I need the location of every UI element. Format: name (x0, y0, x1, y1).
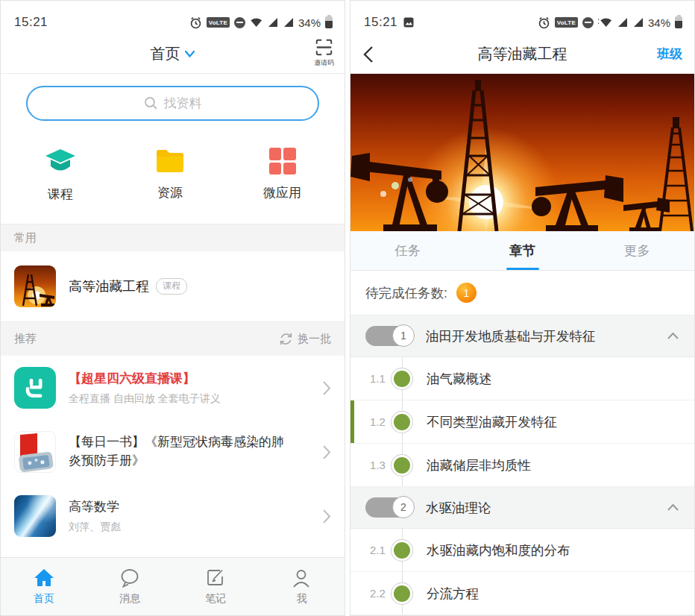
chapter-number: 1 (392, 324, 415, 347)
tab-label: 首页 (34, 592, 54, 606)
common-course-row[interactable]: 高等油藏工程 课程 (1, 251, 345, 321)
lesson-number: 2.1 (370, 544, 386, 556)
lesson-number: 1.3 (370, 459, 386, 471)
tab-me[interactable]: 我 (259, 558, 345, 615)
recommended-subtitle: 全程直播 自由回放 全套电子讲义 (69, 392, 322, 406)
lesson-row-1-3[interactable]: 1.3 油藏储层非均质性 (350, 444, 694, 487)
recommended-item-math[interactable]: 高等数学 刘萍、贾彪 (1, 484, 345, 548)
home-header: 首页 邀请码 (1, 35, 345, 74)
chevron-up-icon[interactable] (667, 332, 679, 340)
chapter-header-2[interactable]: 2 水驱油理论 (350, 487, 694, 529)
invite-code-button[interactable]: 邀请码 (314, 37, 334, 68)
search-input[interactable]: 找资料 (26, 86, 319, 121)
quick-item-resources[interactable]: 资源 (154, 148, 186, 203)
tab-chapters[interactable]: 章节 (465, 231, 580, 270)
recommended-item-live-course[interactable]: 【超星四六级直播课】 全程直播 自由回放 全套电子讲义 (1, 356, 345, 420)
signal-icon-2 (283, 17, 294, 28)
section-title: 推荐 (14, 332, 279, 346)
lesson-status-dot (394, 585, 410, 602)
volte-badge: VoLTE (555, 17, 578, 28)
lesson-title: 油藏储层非均质性 (427, 456, 531, 474)
search-placeholder: 找资料 (164, 95, 202, 112)
course-detail-screen: 15:21 VoLTE (350, 0, 695, 616)
recommended-subtitle: 刘萍、贾彪 (69, 521, 322, 534)
class-link[interactable]: 班级 (657, 45, 682, 63)
battery-percent: 34% (648, 16, 670, 29)
search-icon (144, 96, 158, 110)
book-thumbnail (14, 431, 56, 473)
volte-badge: VoLTE (207, 17, 230, 28)
note-pencil-icon (205, 568, 226, 588)
tab-label: 我 (296, 592, 306, 606)
tab-label: 消息 (119, 592, 140, 606)
chapter-header-1[interactable]: 1 油田开发地质基础与开发特征 (350, 315, 694, 357)
recommended-title: 【每日一书】《新型冠状病毒感染的肺炎预防手册》 (69, 433, 294, 470)
refresh-label: 换一批 (298, 332, 331, 346)
quick-label: 课程 (48, 186, 73, 203)
recommended-title: 高等数学 (69, 498, 322, 517)
bottom-tab-bar: 首页 消息 笔记 (1, 557, 345, 615)
chevron-up-icon[interactable] (667, 503, 679, 512)
lesson-title: 油气藏概述 (427, 370, 492, 388)
invite-code-label: 邀请码 (314, 58, 334, 68)
folder-icon (154, 148, 186, 175)
chapter-number: 2 (392, 496, 415, 518)
lesson-row-1-2[interactable]: 1.2 不同类型油藏开发特征 (350, 400, 694, 444)
battery-icon (675, 16, 682, 28)
section-title: 常用 (14, 231, 331, 245)
lesson-title: 不同类型油藏开发特征 (427, 413, 557, 431)
lesson-status-dot (394, 414, 410, 430)
math-course-thumbnail (14, 495, 56, 537)
quick-item-mini-apps[interactable]: 微应用 (263, 148, 301, 203)
screenshot-notification-icon (403, 17, 414, 28)
scan-frame-icon (314, 37, 334, 57)
signal-icon (617, 17, 628, 28)
quick-item-courses[interactable]: 课程 (44, 148, 77, 203)
quick-label: 资源 (157, 184, 183, 201)
signal-icon (267, 17, 278, 28)
wifi-icon (250, 17, 262, 28)
tab-home[interactable]: 首页 (1, 558, 87, 615)
lesson-row-2-1[interactable]: 2.1 水驱油藏内饱和度的分布 (350, 529, 694, 572)
do-not-disturb-icon (234, 17, 245, 28)
wifi-icon (598, 17, 612, 28)
lesson-status-dot (394, 457, 410, 474)
course-page-title: 高等油藏工程 (478, 44, 567, 64)
course-cover-image (350, 74, 694, 231)
alarm-icon (189, 16, 202, 29)
do-not-disturb-icon (582, 17, 594, 28)
lesson-number: 1.1 (370, 372, 386, 385)
lesson-number: 1.2 (370, 415, 386, 428)
app-grid-icon (269, 148, 296, 175)
recommended-title: 【超星四六级直播课】 (69, 370, 322, 389)
lesson-number: 2.2 (370, 587, 386, 600)
status-bar: 15:21 VoLTE (350, 1, 694, 35)
battery-icon (325, 16, 333, 28)
chapter-title: 油田开发地质基础与开发特征 (426, 327, 667, 345)
home-screen: 15:21 VoLTE 34% (0, 0, 345, 616)
quick-label: 微应用 (263, 184, 301, 201)
home-icon (34, 568, 54, 588)
chevron-right-icon (322, 380, 331, 396)
lesson-status-dot (394, 371, 410, 387)
refresh-batch-button[interactable]: 换一批 (279, 332, 331, 346)
recommended-item-daily-book[interactable]: 【每日一书】《新型冠状病毒感染的肺炎预防手册》 (1, 420, 345, 484)
refresh-icon (279, 332, 293, 346)
tab-tasks[interactable]: 任务 (350, 231, 465, 270)
back-button[interactable] (359, 43, 377, 66)
chat-bubble-icon (119, 568, 140, 588)
lesson-row-1-1[interactable]: 1.1 油气藏概述 (350, 357, 694, 400)
tab-more[interactable]: 更多 (579, 231, 694, 270)
chapter-number-badge: 1 (365, 326, 413, 346)
tab-notes[interactable]: 笔记 (173, 558, 259, 615)
page-title: 首页 (151, 44, 180, 64)
lesson-row-2-2[interactable]: 2.2 分流方程 (350, 572, 694, 615)
pending-tasks-label: 待完成任务数: (365, 284, 447, 302)
home-title-dropdown[interactable]: 首页 (151, 44, 195, 64)
graduation-cap-icon (44, 148, 77, 176)
lesson-title: 分流方程 (427, 585, 479, 603)
chapter-title: 水驱油理论 (426, 499, 667, 517)
signal-icon-2 (632, 17, 644, 28)
tab-messages[interactable]: 消息 (87, 558, 172, 615)
pending-count-badge[interactable]: 1 (456, 283, 477, 303)
